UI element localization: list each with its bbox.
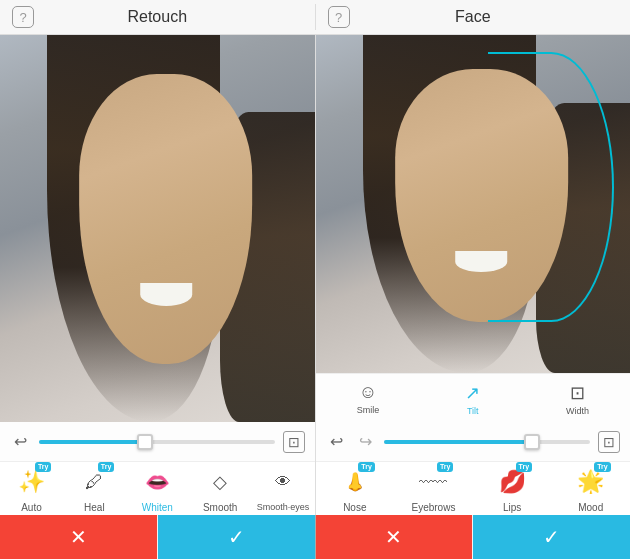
left-photo-bg	[0, 35, 315, 422]
whiten-label: Whiten	[142, 502, 173, 513]
lips-icon-wrap: 💋 Try	[494, 464, 530, 500]
left-slider-track[interactable]	[39, 440, 275, 444]
bottom-action-bars: ✕ ✓ ✕ ✓	[0, 515, 630, 559]
retouch-tools-bar: ✨ Try Auto 🖊 Try Heal 👄 Whiten	[0, 461, 315, 515]
auto-try-badge: Try	[35, 462, 52, 472]
tab-width[interactable]: ⊡ Width	[525, 380, 630, 418]
heal-try-badge: Try	[98, 462, 115, 472]
tool-mood[interactable]: 🌟 Try Mood	[551, 462, 630, 515]
width-tab-label: Width	[566, 406, 589, 416]
smile-left	[140, 283, 192, 306]
tilt-tab-icon: ↗	[465, 382, 480, 404]
tab-smile[interactable]: ☺ Smile	[316, 380, 421, 418]
right-slider-thumb	[524, 434, 540, 450]
mood-icon: 🌟	[577, 469, 604, 495]
nose-try-badge: Try	[358, 462, 375, 472]
panels-row: ↩ ⊡ ✨ Try Auto 🖊 Try Heal	[0, 35, 630, 515]
undo-button[interactable]: ↩	[10, 430, 31, 453]
whiten-icon: 👄	[145, 470, 170, 494]
tool-lips[interactable]: 💋 Try Lips	[473, 462, 552, 515]
tool-smootheyes[interactable]: 👁 Smooth·eyes	[252, 462, 315, 515]
mood-icon-wrap: 🌟 Try	[573, 464, 609, 500]
left-slider-bar: ↩ ⊡	[0, 422, 315, 461]
face-tabs-bar: ☺ Smile ↗ Tilt ⊡ Width	[316, 373, 631, 422]
auto-icon-wrap: ✨ Try	[13, 464, 49, 500]
face-help-button[interactable]: ?	[328, 6, 350, 28]
right-slider-fill	[384, 440, 533, 444]
tilt-tab-label: Tilt	[467, 406, 479, 416]
tool-eyebrows[interactable]: 〰〰 Try Eyebrows	[394, 462, 473, 515]
left-confirm-icon: ✓	[228, 525, 245, 549]
auto-label: Auto	[21, 502, 42, 513]
right-confirm-button[interactable]: ✓	[473, 515, 630, 559]
eyebrows-icon: 〰〰	[419, 474, 447, 490]
lips-try-badge: Try	[516, 462, 533, 472]
heal-label: Heal	[84, 502, 105, 513]
header-bar: ? Retouch ? Face	[0, 0, 630, 35]
left-slider-fill	[39, 440, 145, 444]
redo-button-right[interactable]: ↪	[355, 430, 376, 453]
right-cancel-button[interactable]: ✕	[316, 515, 473, 559]
left-cancel-button[interactable]: ✕	[0, 515, 157, 559]
nose-label: Nose	[343, 502, 366, 513]
right-slider-bar: ↩ ↪ ⊡	[316, 422, 631, 461]
lips-label: Lips	[503, 502, 521, 513]
width-tab-icon: ⊡	[570, 382, 585, 404]
heal-icon-wrap: 🖊 Try	[76, 464, 112, 500]
smooth-icon-wrap: ◇	[202, 464, 238, 500]
nose-icon-wrap: 👃 Try	[337, 464, 373, 500]
eyebrows-icon-wrap: 〰〰 Try	[415, 464, 451, 500]
undo-button-right[interactable]: ↩	[326, 430, 347, 453]
tool-smooth[interactable]: ◇ Smooth	[189, 462, 252, 515]
mood-try-badge: Try	[594, 462, 611, 472]
left-confirm-button[interactable]: ✓	[158, 515, 315, 559]
left-slider-thumb	[137, 434, 153, 450]
smootheyes-icon: 👁	[275, 473, 291, 491]
auto-icon: ✨	[18, 469, 45, 495]
smile-tab-label: Smile	[357, 405, 380, 415]
retouch-panel-header: ? Retouch	[0, 0, 315, 34]
left-panel: ↩ ⊡ ✨ Try Auto 🖊 Try Heal	[0, 35, 316, 515]
smootheyes-label: Smooth·eyes	[257, 502, 310, 512]
right-confirm-icon: ✓	[543, 525, 560, 549]
heal-icon: 🖊	[85, 472, 103, 493]
nose-icon: 👃	[344, 471, 366, 493]
retouch-help-button[interactable]: ?	[12, 6, 34, 28]
whiten-icon-wrap: 👄	[139, 464, 175, 500]
left-photo-area[interactable]	[0, 35, 315, 422]
right-photo-bg	[316, 35, 631, 373]
eyebrows-try-badge: Try	[437, 462, 454, 472]
lips-icon: 💋	[499, 469, 526, 495]
smooth-label: Smooth	[203, 502, 237, 513]
smile-right	[455, 251, 507, 271]
bottom-right-actions: ✕ ✓	[316, 515, 631, 559]
smootheyes-icon-wrap: 👁	[265, 464, 301, 500]
face-tools-bar: 👃 Try Nose 〰〰 Try Eyebrows 💋 Try Lips	[316, 461, 631, 515]
right-cancel-icon: ✕	[385, 525, 402, 549]
smile-tab-icon: ☺	[359, 382, 377, 403]
face-panel-header: ? Face	[316, 0, 631, 34]
left-cancel-icon: ✕	[70, 525, 87, 549]
tool-heal[interactable]: 🖊 Try Heal	[63, 462, 126, 515]
retouch-title: Retouch	[127, 8, 187, 26]
eyebrows-label: Eyebrows	[411, 502, 455, 513]
bottom-left-actions: ✕ ✓	[0, 515, 315, 559]
smooth-icon: ◇	[213, 471, 227, 493]
face-right	[395, 69, 568, 323]
right-photo-area[interactable]	[316, 35, 631, 373]
face-title: Face	[455, 8, 491, 26]
tool-nose[interactable]: 👃 Try Nose	[316, 462, 395, 515]
right-slider-track[interactable]	[384, 440, 591, 444]
copy-button-left[interactable]: ⊡	[283, 431, 305, 453]
right-panel: ☺ Smile ↗ Tilt ⊡ Width ↩ ↪ ⊡	[316, 35, 631, 515]
copy-button-right[interactable]: ⊡	[598, 431, 620, 453]
tool-auto[interactable]: ✨ Try Auto	[0, 462, 63, 515]
tab-tilt[interactable]: ↗ Tilt	[420, 380, 525, 418]
tool-whiten[interactable]: 👄 Whiten	[126, 462, 189, 515]
mood-label: Mood	[578, 502, 603, 513]
